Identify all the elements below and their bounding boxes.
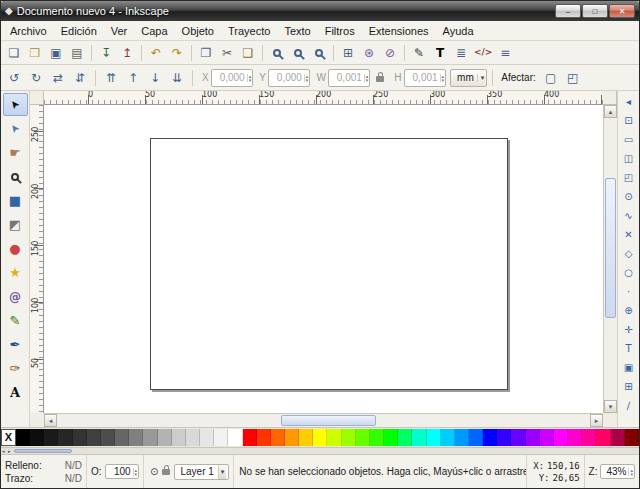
save-button[interactable]: ▣ (46, 43, 66, 63)
canvas-viewport[interactable] (44, 105, 603, 413)
snap-cusp-nodes-toggle[interactable]: ◇ (619, 244, 638, 263)
opacity-field[interactable]: 100 ▴ ▾ (105, 464, 140, 479)
scroll-down-icon[interactable]: ▾ (604, 400, 617, 413)
horizontal-scroll-track[interactable] (57, 414, 590, 427)
zoom-field[interactable]: 43% ▴ ▾ (600, 464, 635, 479)
palette-swatch[interactable] (115, 429, 129, 446)
vertical-scrollbar[interactable]: ▴ ▾ (603, 105, 617, 413)
open-button[interactable]: ❒ (25, 43, 45, 63)
layer-dropdown[interactable]: Layer 1 ▾ (174, 464, 229, 480)
menu-archivo[interactable]: Archivo (3, 23, 54, 39)
fill-stroke-dialog-button[interactable]: ✎ (409, 43, 429, 63)
layers-dialog-button[interactable]: ≣ (451, 43, 471, 63)
palette-swatch[interactable] (427, 429, 441, 446)
text-tool[interactable]: A (3, 381, 28, 404)
copy-button[interactable]: ❐ (196, 43, 216, 63)
palette-swatch[interactable] (158, 429, 172, 446)
chevron-down-icon[interactable]: ▾ (218, 465, 227, 479)
xml-editor-button[interactable]: </> (472, 43, 494, 63)
maximize-button[interactable]: □ (582, 4, 608, 18)
snap-bbox-corners-toggle[interactable]: ◰ (619, 168, 638, 187)
palette-swatch[interactable] (469, 429, 483, 446)
lower-button[interactable]: ↓ (145, 68, 165, 88)
zoom-drawing-button[interactable] (288, 43, 308, 63)
palette-scroll-thumb[interactable] (14, 449, 72, 453)
palette-swatch[interactable] (455, 429, 469, 446)
palette-swatch[interactable] (596, 429, 610, 446)
snap-guides-toggle[interactable]: ∕ (619, 396, 638, 415)
palette-swatch[interactable] (398, 429, 412, 446)
spin-down-icon[interactable]: ▾ (135, 472, 138, 476)
affect-corners-toggle[interactable]: ◰ (563, 68, 583, 88)
palette-swatch[interactable] (441, 429, 455, 446)
rotate-ccw-button[interactable]: ↺ (4, 68, 24, 88)
palette-scroll-left-icon[interactable]: ◂ (2, 448, 5, 454)
document-page[interactable] (150, 138, 508, 390)
ellipse-tool[interactable]: ● (3, 237, 28, 260)
opacity-spinner[interactable]: ▴ ▾ (133, 468, 139, 476)
print-button[interactable]: ▤ (67, 43, 87, 63)
affect-stroke-toggle[interactable]: ▢ (541, 68, 561, 88)
unlink-clone-button[interactable]: ⊘ (380, 43, 400, 63)
box3d-tool[interactable]: ◩ (3, 213, 28, 236)
palette-swatch[interactable] (257, 429, 271, 446)
snap-midpoints-toggle[interactable]: · (619, 282, 638, 301)
palette-swatch[interactable] (625, 429, 639, 446)
palette-scroll-right-icon[interactable]: ▸ (8, 448, 11, 454)
palette-swatch[interactable] (271, 429, 285, 446)
x-field[interactable]: 0,000▴▾ (211, 69, 254, 87)
palette-swatch[interactable] (299, 429, 313, 446)
palette-scrollbar[interactable]: ◂ ▸ (1, 447, 639, 454)
palette-swatch[interactable] (611, 429, 625, 446)
cut-button[interactable]: ✂ (217, 43, 237, 63)
menu-objeto[interactable]: Objeto (175, 23, 221, 39)
zoom-spinner[interactable]: ▴ ▾ (628, 468, 634, 476)
snap-object-centers-toggle[interactable]: ⊕ (619, 301, 638, 320)
export-button[interactable]: ↥ (117, 43, 137, 63)
h-field-spinner[interactable]: ▴▾ (440, 74, 446, 82)
x-field-spinner[interactable]: ▴▾ (247, 74, 253, 82)
w-field-spinner[interactable]: ▴▾ (364, 74, 370, 82)
palette-swatch[interactable] (327, 429, 341, 446)
menu-ayuda[interactable]: Ayuda (436, 23, 481, 39)
spin-down-icon[interactable]: ▾ (306, 78, 309, 82)
palette-swatch[interactable] (313, 429, 327, 446)
menu-texto[interactable]: Texto (277, 23, 317, 39)
snap-bbox-edges-toggle[interactable]: ◫ (619, 149, 638, 168)
menu-edicion[interactable]: Edición (54, 23, 104, 39)
palette-swatch[interactable] (285, 429, 299, 446)
palette-swatch[interactable] (129, 429, 143, 446)
snap-smooth-nodes-toggle[interactable]: ○ (619, 263, 638, 282)
unit-dropdown[interactable]: mm▾ (450, 69, 487, 87)
palette-swatch[interactable] (214, 429, 228, 446)
undo-button[interactable]: ↶ (146, 43, 166, 63)
snap-enable-toggle[interactable]: ⊡ (619, 111, 638, 130)
snap-page-border-toggle[interactable]: ▣ (619, 358, 638, 377)
selector-tool[interactable]: ➤ (3, 93, 28, 116)
vertical-scroll-track[interactable] (604, 118, 617, 400)
snap-paths-toggle[interactable]: ∿ (619, 206, 638, 225)
y-field-spinner[interactable]: ▴▾ (304, 74, 310, 82)
raise-top-button[interactable]: ⇈ (101, 68, 121, 88)
palette-none-swatch[interactable]: X (1, 429, 16, 446)
align-dialog-button[interactable]: ≡ (495, 43, 515, 63)
palette-swatch[interactable] (200, 429, 214, 446)
palette-swatch[interactable] (58, 429, 72, 446)
palette-swatch[interactable] (73, 429, 87, 446)
menu-filtros[interactable]: Filtros (318, 23, 362, 39)
palette-swatch[interactable] (101, 429, 115, 446)
clone-button[interactable]: ⊛ (359, 43, 379, 63)
pen-tool[interactable]: ✒ (3, 333, 28, 356)
flip-vertical-button[interactable]: ⇵ (70, 68, 90, 88)
titlebar[interactable]: ◆ Documento nuevo 4 - Inkscape – □ ✕ (1, 1, 639, 21)
palette-swatch[interactable] (172, 429, 186, 446)
palette-swatch[interactable] (384, 429, 398, 446)
palette-swatch[interactable] (44, 429, 58, 446)
palette-swatch[interactable] (87, 429, 101, 446)
horizontal-scroll-thumb[interactable] (281, 415, 376, 426)
snap-nodes-toggle[interactable]: ⊙ (619, 187, 638, 206)
layer-visibility-button[interactable]: ⊙ (148, 466, 160, 477)
spin-down-icon[interactable]: ▾ (366, 78, 369, 82)
menu-ver[interactable]: Ver (104, 23, 135, 39)
palette-swatch[interactable] (243, 429, 257, 446)
